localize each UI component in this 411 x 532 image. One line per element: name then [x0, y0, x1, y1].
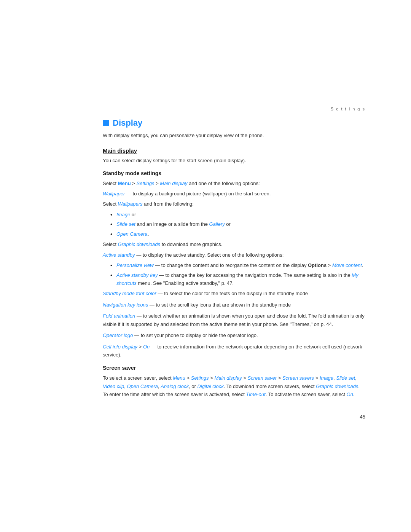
fold-animation-link[interactable]: Fold animation	[103, 313, 135, 319]
ss-suffix1: . To download more screen savers, select	[224, 383, 316, 389]
cell-info-on-link[interactable]: On	[143, 344, 150, 350]
ss-comma2: ,	[355, 375, 357, 381]
fold-animation-text: — to select whether an animation is show…	[103, 313, 365, 327]
ss-settings-link[interactable]: Settings	[191, 375, 209, 381]
screen-saver-para: To select a screen saver, select Menu > …	[103, 374, 365, 398]
graphic-downloads-link[interactable]: Graphic downloads	[118, 241, 160, 247]
main-display-title: Main display	[103, 147, 365, 154]
select-label: Select	[103, 181, 118, 186]
move-content-link[interactable]: Move content	[332, 262, 362, 268]
ss-screen-saver-link[interactable]: Screen saver	[248, 375, 277, 381]
ss-main-display-link[interactable]: Main display	[214, 375, 242, 381]
para1-suffix: and one of the following options:	[188, 181, 260, 186]
active-standby-key-text: — to change the key for accessing the na…	[158, 272, 352, 278]
wallpapers-link[interactable]: Wallpapers	[118, 201, 143, 207]
personalize-suffix: .	[362, 262, 363, 268]
slide-set-link[interactable]: Slide set	[116, 221, 135, 227]
bullet-active-standby-key: Active standby key — to change the key f…	[110, 271, 365, 288]
cell-info-link[interactable]: Cell info display	[103, 344, 137, 350]
ss-graphic-downloads-link[interactable]: Graphic downloads	[316, 383, 358, 389]
ss-menu-link[interactable]: Menu	[173, 375, 185, 381]
bullet-list-1: Image or Slide set and an image or a sli…	[110, 211, 365, 238]
settings-label: S e t t i n g s	[103, 107, 365, 111]
section-title: Display	[103, 118, 365, 128]
image-suffix: or	[130, 212, 136, 217]
arrow2: >	[155, 181, 160, 186]
ss-arrow3: >	[242, 375, 248, 381]
operator-logo-line: Operator logo — to set your phone to dis…	[103, 331, 365, 339]
operator-logo-link[interactable]: Operator logo	[103, 332, 133, 338]
screen-saver-title: Screen saver	[103, 365, 365, 371]
page: S e t t i n g s Display With display set…	[0, 0, 411, 532]
active-standby-key-link[interactable]: Active standby key	[116, 272, 158, 278]
active-standby-text: — to display the active standby. Select …	[135, 252, 284, 258]
graphic-downloads-suffix: to download more graphics.	[160, 241, 222, 247]
standby-font-color-link[interactable]: Standby mode font color	[103, 291, 156, 296]
nav-key-icons-text: — to set the scroll key icons that are s…	[148, 302, 291, 308]
open-camera-link[interactable]: Open Camera	[116, 231, 148, 237]
select-label2: Select	[103, 201, 118, 207]
bullet-slide-set: Slide set and an image or a slide from t…	[110, 220, 365, 228]
ss-arrow2: >	[209, 375, 215, 381]
fold-animation-line: Fold animation — to select whether an an…	[103, 312, 365, 328]
standby-mode-title: Standby mode settings	[103, 170, 365, 176]
ss-slide-set-link[interactable]: Slide set	[336, 375, 355, 381]
cell-info-arrow: >	[137, 344, 143, 350]
ss-digital-clock-link[interactable]: Digital clock	[197, 383, 223, 389]
bullet-list-2: Personalize view — to change the content…	[110, 261, 365, 287]
graphic-downloads-line: Select Graphic downloads to download mor…	[103, 240, 365, 248]
active-standby-link[interactable]: Active standby	[103, 252, 135, 258]
personalize-view-link[interactable]: Personalize view	[116, 262, 154, 268]
wallpaper-line: Wallpaper — to display a background pict…	[103, 190, 365, 198]
standby-font-color-line: Standby mode font color — to select the …	[103, 289, 365, 297]
wallpaper-link[interactable]: Wallpaper	[103, 191, 125, 197]
ss-suffix4: .	[353, 391, 355, 397]
main-display-link[interactable]: Main display	[160, 181, 187, 186]
wallpaper-text: — to display a background picture (wallp…	[125, 191, 271, 197]
screen-saver-section: Screen saver To select a screen saver, s…	[103, 365, 365, 398]
personalize-view-text: — to change the content and to reorganiz…	[154, 262, 308, 268]
select-label3: Select	[103, 241, 118, 247]
ss-on-link[interactable]: On	[347, 391, 353, 397]
ss-arrow4: >	[277, 375, 282, 381]
bullet-open-camera: Open Camera.	[110, 230, 365, 238]
settings-link[interactable]: Settings	[137, 181, 155, 186]
ss-analog-clock-link[interactable]: Analog clock	[161, 383, 189, 389]
blue-square-icon	[103, 120, 109, 126]
menu-link[interactable]: Menu	[118, 181, 131, 186]
arrow1: >	[131, 181, 137, 186]
active-standby-line: Active standby — to display the active s…	[103, 251, 365, 259]
screen-saver-prefix: To select a screen saver, select	[103, 375, 173, 381]
my-shortcuts-text: menu. See "Enabling active standby," p. …	[137, 280, 234, 286]
ss-image-link[interactable]: Image	[320, 375, 333, 381]
ss-timeout-link[interactable]: Time-out	[246, 391, 265, 397]
wallpapers-suffix: and from the following:	[143, 201, 194, 207]
bullet-personalize-view: Personalize view — to change the content…	[110, 261, 365, 269]
ss-suffix3: . To activate the screen saver, select	[266, 391, 347, 397]
ss-comma5: , or	[189, 383, 197, 389]
page-number: 45	[103, 414, 365, 420]
bullet-image: Image or	[110, 211, 365, 219]
ss-video-clip-link[interactable]: Video clip	[103, 383, 124, 389]
ss-screen-savers-link[interactable]: Screen savers	[282, 375, 314, 381]
display-heading: Display	[113, 118, 142, 128]
ss-open-camera-link[interactable]: Open Camera	[127, 383, 158, 389]
select-wallpapers-line: Select Wallpapers and from the following…	[103, 200, 365, 208]
image-link[interactable]: Image	[116, 212, 130, 217]
content-area: S e t t i n g s Display With display set…	[103, 0, 365, 450]
intro-text: With display settings, you can personali…	[103, 132, 365, 140]
nav-key-icons-link[interactable]: Navigation key icons	[103, 302, 148, 308]
standby-para1: Select Menu > Settings > Main display an…	[103, 179, 365, 187]
options-bold: Options	[308, 262, 327, 268]
ss-arrow5: >	[314, 375, 320, 381]
open-camera-suffix: .	[148, 231, 149, 237]
cell-info-line: Cell info display > On — to receive info…	[103, 343, 365, 359]
options-arrow: >	[327, 262, 332, 268]
main-display-description: You can select display settings for the …	[103, 157, 365, 165]
gallery-link[interactable]: Gallery	[209, 221, 225, 227]
slide-set-middle: and an image or a slide from the	[135, 221, 209, 227]
nav-key-icons-line: Navigation key icons — to set the scroll…	[103, 301, 365, 309]
operator-logo-text: — to set your phone to display or hide t…	[133, 332, 258, 338]
ss-arrow1: >	[185, 375, 191, 381]
standby-font-color-text: — to select the color for the texts on t…	[156, 291, 308, 296]
